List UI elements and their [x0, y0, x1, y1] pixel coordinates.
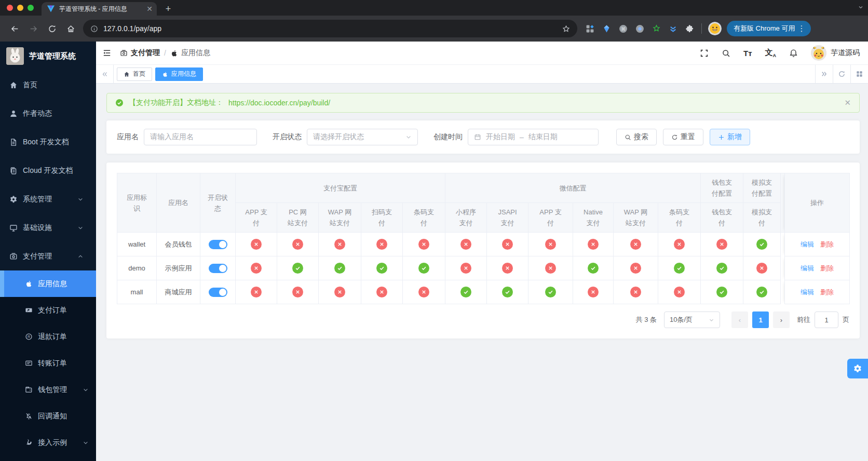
new-tab-button[interactable]: + [162, 3, 174, 15]
delete-link[interactable]: 删除 [820, 240, 834, 248]
sidebar-item-5[interactable]: 基础设施 [0, 213, 96, 242]
minimize-window-button[interactable] [17, 5, 23, 11]
chevrons-blue-icon[interactable] [669, 24, 677, 33]
status-cell [573, 280, 614, 304]
status-cell [319, 256, 361, 280]
gem-icon[interactable] [602, 24, 611, 33]
maximize-window-button[interactable] [28, 5, 34, 11]
tags-scroll-left-icon[interactable] [96, 65, 114, 83]
sidebar-subitem-2[interactable]: R退款订单 [0, 323, 96, 350]
collapse-menu-icon[interactable] [102, 48, 112, 58]
reload-icon[interactable] [44, 21, 60, 36]
edit-link[interactable]: 编辑 [801, 240, 814, 248]
status-cell [573, 256, 614, 280]
settings-drawer-button[interactable] [847, 359, 868, 378]
browser-home-icon[interactable] [63, 21, 78, 36]
puzzle-icon[interactable] [685, 24, 694, 33]
enabled-toggle[interactable] [209, 240, 227, 249]
next-page-button[interactable]: › [773, 311, 790, 328]
sidebar-subitem-1[interactable]: 支付订单 [0, 297, 96, 323]
tags-layout-grid-icon[interactable] [850, 65, 868, 83]
sub-col-header: JSAPI 支付 [487, 203, 528, 233]
sidebar-subitem-6[interactable]: 接入示例 [0, 429, 96, 456]
page-1-button[interactable]: 1 [752, 311, 769, 328]
sidebar-item-6[interactable]: 支付管理 [0, 242, 96, 270]
user-menu[interactable]: 芋道源码 [811, 45, 860, 61]
status-cell [658, 280, 701, 304]
group-header-0: 支付宝配置 [236, 173, 445, 203]
page-size-select[interactable]: 10条/页 [664, 311, 720, 328]
enabled-toggle[interactable] [209, 264, 227, 273]
sidebar-subitem-4[interactable]: 钱包管理 [0, 376, 96, 403]
command-icon[interactable]: ⌘ [619, 24, 628, 33]
col-header-1: 应用名 [157, 173, 200, 233]
browser-profile-avatar[interactable] [708, 22, 722, 35]
breadcrumb-item-pay[interactable]: 支付管理 [120, 48, 160, 58]
delete-link[interactable]: 删除 [820, 264, 834, 272]
blocks-icon[interactable] [586, 24, 594, 33]
tab-close-icon[interactable]: ✕ [146, 5, 153, 13]
sidebar-subitem-3[interactable]: 转账订单 [0, 350, 96, 376]
plus-icon [718, 134, 725, 141]
fullscreen-icon[interactable] [700, 49, 709, 58]
status-disabled-icon [292, 287, 303, 297]
sidebar-item-3[interactable]: Cloud 开发文档 [0, 156, 96, 185]
app-table: 应用标识应用名开启状态支付宝配置微信配置钱包支付配置模拟支付配置操作APP 支付… [117, 173, 850, 304]
tags-refresh-icon[interactable] [833, 65, 850, 83]
status-select[interactable]: 请选择开启状态 [307, 129, 418, 145]
alert-close-icon[interactable]: ✕ [844, 98, 851, 107]
monitor-icon [9, 224, 18, 232]
url-text[interactable]: 127.0.0.1/pay/app [103, 24, 557, 33]
star-green-icon[interactable] [652, 24, 661, 33]
status-cell [528, 280, 573, 304]
browser-menu-icon[interactable]: ⋮ [795, 24, 808, 33]
alert-message: 【支付功能开启】文档地址： [129, 98, 223, 107]
tags-scroll-right-icon[interactable] [815, 65, 833, 83]
breadcrumb-item-app: 应用信息 [170, 48, 210, 58]
search-button[interactable]: 搜索 [616, 129, 657, 145]
sidebar-subitem-label: 接入示例 [38, 438, 67, 448]
app-name-input[interactable]: 请输入应用名 [144, 129, 257, 145]
date-end-placeholder: 结束日期 [528, 132, 558, 142]
search-icon[interactable] [722, 49, 730, 58]
delete-link[interactable]: 删除 [820, 288, 834, 296]
bookmark-star-icon[interactable] [562, 25, 570, 33]
sidebar-item-0[interactable]: 首页 [0, 71, 96, 99]
url-bar[interactable]: 127.0.0.1/pay/app [83, 20, 577, 37]
reset-button[interactable]: 重置 [663, 129, 703, 145]
status-disabled-icon [545, 239, 556, 250]
locale-icon[interactable]: 文A [765, 48, 777, 58]
sub-col-header: 条码支付 [658, 203, 701, 233]
status-disabled-icon [588, 287, 599, 297]
alert-doc-link[interactable]: https://doc.iocoder.cn/pay/build/ [228, 99, 330, 107]
dot-circle-icon[interactable] [635, 24, 644, 33]
sidebar-subitem-5[interactable]: 回调通知 [0, 403, 96, 429]
status-cell [743, 280, 781, 304]
bell-icon[interactable] [789, 49, 798, 58]
sidebar-subitem-label: 转账订单 [38, 359, 67, 368]
enabled-toggle[interactable] [209, 288, 227, 297]
sidebar-item-4[interactable]: 系统管理 [0, 185, 96, 213]
browser-tab[interactable]: 芋道管理系统 - 应用信息 ✕ [42, 2, 157, 16]
search-icon [625, 134, 631, 141]
font-size-icon[interactable]: Tᴛ [743, 49, 752, 58]
sidebar-item-2[interactable]: Boot 开发文档 [0, 128, 96, 156]
edit-link[interactable]: 编辑 [801, 264, 814, 272]
site-info-icon[interactable] [90, 25, 98, 33]
goto-page-input[interactable] [815, 311, 838, 328]
status-disabled-icon [460, 263, 471, 274]
sidebar-subitem-0[interactable]: 应用信息 [0, 270, 96, 297]
prev-page-button[interactable]: ‹ [731, 311, 748, 328]
tag-1[interactable]: 应用信息 [155, 67, 203, 81]
tag-0[interactable]: 首页 [117, 67, 152, 81]
date-range-picker[interactable]: 开始日期 – 结束日期 [468, 129, 599, 145]
forward-icon[interactable] [25, 21, 41, 36]
close-window-button[interactable] [7, 5, 13, 11]
app-logo[interactable]: 芋道管理系统 [0, 42, 96, 71]
chrome-update-button[interactable]: 有新版 Chrome 可用 ⋮ [727, 21, 811, 36]
edit-link[interactable]: 编辑 [801, 288, 814, 296]
create-button[interactable]: 新增 [710, 129, 750, 145]
sidebar-item-1[interactable]: 作者动态 [0, 99, 96, 128]
tab-search-chevron-icon[interactable] [858, 4, 864, 10]
back-icon[interactable] [7, 21, 22, 36]
